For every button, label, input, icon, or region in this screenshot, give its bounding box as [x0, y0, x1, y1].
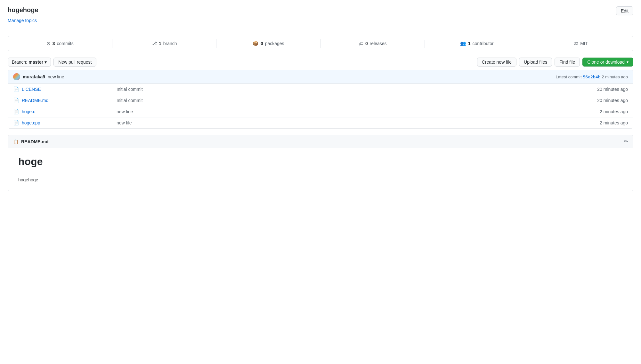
releases-icon: 🏷: [359, 41, 363, 46]
commit-time: 2 minutes ago: [602, 75, 628, 79]
clone-or-download-button[interactable]: Clone or download ▾: [582, 58, 633, 67]
readme-h1: hoge: [18, 156, 623, 171]
chevron-down-icon: ▾: [45, 59, 47, 65]
toolbar-right: Create new file Upload files Find file C…: [477, 58, 633, 67]
file-commit-msg-hogec: new line: [111, 109, 583, 114]
license-stat[interactable]: ⚖ MIT: [529, 39, 633, 48]
contributors-count: 1: [468, 41, 471, 46]
commits-stat[interactable]: ⊙ 3 commits: [8, 39, 112, 48]
commits-count: 3: [53, 41, 55, 46]
upload-files-button[interactable]: Upload files: [519, 58, 552, 67]
table-row: 📄 LICENSE Initial commit 20 minutes ago: [8, 84, 633, 95]
readme-edit-icon[interactable]: ✏: [624, 138, 628, 145]
readme-section: 📋 README.md ✏ hoge hogehoge: [8, 135, 633, 191]
clone-chevron-icon: ▾: [627, 60, 629, 64]
clone-label: Clone or download: [587, 59, 625, 65]
file-name-hogec[interactable]: hoge.c: [22, 109, 111, 114]
manage-topics-link[interactable]: Manage topics: [8, 18, 37, 23]
commits-icon: ⊙: [46, 41, 51, 46]
file-commit-msg-hogecpp: new file: [111, 120, 583, 125]
branch-selector[interactable]: Branch: master ▾: [8, 58, 51, 67]
branches-stat[interactable]: ⎇ 1 branch: [112, 39, 217, 48]
license-icon: ⚖: [574, 41, 578, 46]
file-time-license: 20 minutes ago: [583, 87, 628, 92]
releases-count: 0: [365, 41, 368, 46]
table-row: 📄 README.md Initial commit 20 minutes ag…: [8, 95, 633, 106]
file-name-license[interactable]: LICENSE: [22, 87, 111, 92]
commit-author-info: murataka9 new line: [13, 73, 64, 80]
new-pull-request-button[interactable]: New pull request: [53, 58, 96, 67]
releases-label: releases: [370, 41, 387, 46]
file-icon: 📄: [13, 98, 19, 103]
find-file-button[interactable]: Find file: [555, 58, 580, 67]
latest-commit-label: Latest commit: [556, 75, 582, 79]
repo-title: hogehoge: [8, 6, 38, 14]
contributors-label: contributor: [473, 41, 494, 46]
packages-stat[interactable]: 📦 0 packages: [216, 39, 321, 48]
branch-name: master: [28, 59, 43, 65]
table-row: 📄 hoge.c new line 2 minutes ago: [8, 106, 633, 117]
packages-count: 0: [261, 41, 263, 46]
readme-header: 📋 README.md ✏: [8, 135, 633, 148]
file-time-hogecpp: 2 minutes ago: [583, 120, 628, 125]
file-icon: 📄: [13, 109, 19, 115]
repo-header: hogehoge Edit: [8, 6, 633, 15]
commit-message: new line: [48, 74, 64, 79]
readme-header-left: 📋 README.md: [13, 139, 49, 144]
packages-icon: 📦: [253, 41, 259, 46]
commits-label: commits: [57, 41, 74, 46]
commit-hash[interactable]: 56e2b4b: [583, 75, 601, 79]
contributors-stat[interactable]: 👥 1 contributor: [425, 39, 529, 48]
file-icon: 📄: [13, 120, 19, 126]
branch-icon: ⎇: [151, 41, 157, 46]
table-row: 📄 hoge.cpp new file 2 minutes ago: [8, 117, 633, 128]
readme-body: hoge hogehoge: [8, 148, 633, 191]
avatar: [13, 73, 20, 80]
file-name-readme[interactable]: README.md: [22, 98, 111, 103]
contributors-icon: 👥: [460, 41, 466, 46]
file-time-hogec: 2 minutes ago: [583, 109, 628, 114]
edit-button[interactable]: Edit: [616, 6, 633, 15]
branch-label: Branch:: [12, 59, 27, 65]
create-new-file-button[interactable]: Create new file: [477, 58, 516, 67]
file-commit-msg-license: Initial commit: [111, 87, 583, 92]
toolbar: Branch: master ▾ New pull request Create…: [8, 58, 633, 67]
toolbar-left: Branch: master ▾ New pull request: [8, 58, 96, 67]
branches-count: 1: [159, 41, 161, 46]
commit-author-name[interactable]: murataka9: [23, 74, 45, 79]
branches-label: branch: [163, 41, 177, 46]
readme-book-icon: 📋: [13, 139, 19, 144]
readme-title: README.md: [21, 139, 49, 144]
file-commit-msg-readme: Initial commit: [111, 98, 583, 103]
file-time-readme: 20 minutes ago: [583, 98, 628, 103]
packages-label: packages: [265, 41, 284, 46]
file-name-hogecpp[interactable]: hoge.cpp: [22, 120, 111, 125]
commit-header: murataka9 new line Latest commit 56e2b4b…: [8, 70, 633, 84]
stats-bar: ⊙ 3 commits ⎇ 1 branch 📦 0 packages 🏷 0 …: [8, 36, 633, 51]
commit-meta: Latest commit 56e2b4b 2 minutes ago: [556, 75, 628, 79]
readme-paragraph: hogehoge: [18, 176, 623, 183]
file-table: murataka9 new line Latest commit 56e2b4b…: [8, 70, 633, 129]
releases-stat[interactable]: 🏷 0 releases: [321, 40, 425, 48]
license-label: MIT: [580, 41, 588, 46]
file-icon: 📄: [13, 86, 19, 92]
